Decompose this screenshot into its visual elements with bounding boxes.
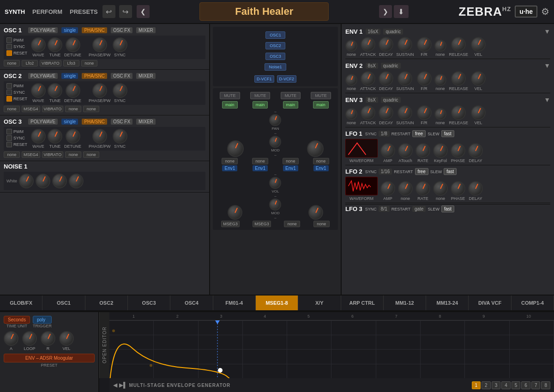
osc1-mod5[interactable]: none xyxy=(81,60,97,66)
osc1-reset-item[interactable]: RESET xyxy=(6,50,27,56)
mseg-stop-btn[interactable]: ▶▌ xyxy=(119,382,127,388)
chan1-vol-knob[interactable] xyxy=(227,140,244,157)
osc2-sync2-knob[interactable] xyxy=(113,83,127,98)
osc3-sync-item[interactable]: SYNC xyxy=(6,135,27,141)
env1-attack-knob[interactable] xyxy=(361,37,375,52)
env3-knob-0[interactable] xyxy=(345,108,357,120)
mseg-preset-button[interactable]: ENV – ADSR Moogular xyxy=(4,354,95,362)
lfo2-none2-knob[interactable] xyxy=(433,181,448,196)
mseg-a-knob[interactable] xyxy=(4,331,18,346)
lfo1-phase-knob[interactable] xyxy=(451,143,465,158)
tab-osc4[interactable]: OSC4 xyxy=(170,296,213,310)
chan2-vol-knob[interactable] xyxy=(307,140,324,157)
tab-mseg1-8[interactable]: MSEG1-8 xyxy=(256,296,298,310)
osc2-mixer-tag[interactable]: MIXER xyxy=(136,73,156,79)
env2-tag1[interactable]: 8sX xyxy=(366,63,378,69)
lfo1-delay-knob[interactable] xyxy=(468,143,483,158)
osc3-mod3[interactable]: VIBRATO xyxy=(42,151,64,158)
lfo2-sync-val[interactable]: 1/16 xyxy=(379,169,392,175)
lfo2-fast-tag[interactable]: fast xyxy=(444,168,457,175)
preset-name[interactable]: Faith Healer xyxy=(199,2,329,21)
env2-fr-knob[interactable] xyxy=(417,71,432,86)
env3-knob-5[interactable] xyxy=(434,108,446,120)
env1-tag1[interactable]: 16sX xyxy=(366,29,381,35)
mute-btn-1[interactable]: MUTE xyxy=(220,92,240,99)
env2-tag2[interactable]: quadric xyxy=(381,63,401,69)
lfo2-amp-knob[interactable] xyxy=(380,181,395,196)
osc2-oscfx-tag[interactable]: OSC FX xyxy=(111,73,132,79)
mseg-vel-knob[interactable] xyxy=(59,331,74,346)
osc2-single-tag[interactable]: single xyxy=(61,73,78,79)
main-btn-4[interactable]: main xyxy=(313,101,329,109)
osc3-wave-knob[interactable] xyxy=(31,129,46,144)
nav-presets[interactable]: PRESETS xyxy=(70,8,98,15)
lfo1-fast-tag[interactable]: fast xyxy=(441,130,454,137)
noise1-knob1[interactable] xyxy=(19,174,34,188)
osc1-pwm-item[interactable]: PWM xyxy=(6,37,27,43)
lfo1-sync-val[interactable]: 1/8 xyxy=(379,131,390,137)
lfo1-free-tag[interactable]: free xyxy=(412,130,426,137)
pan-knob[interactable] xyxy=(269,114,281,126)
main-btn-1[interactable]: main xyxy=(222,101,238,109)
prev-preset-button[interactable]: ❮ xyxy=(137,5,150,18)
osc1-sync2-knob[interactable] xyxy=(113,37,127,52)
lfo1-amp-knob[interactable] xyxy=(380,143,395,158)
mseg-page-8[interactable]: 8 xyxy=(541,381,550,389)
tab-mm1-12[interactable]: MM1-12 xyxy=(384,296,426,310)
env3-vel-knob[interactable] xyxy=(471,105,486,120)
osc1-mod4[interactable]: Lfo3 xyxy=(63,60,79,66)
osc1-detune-knob[interactable] xyxy=(66,37,80,52)
env3-sustain-knob[interactable] xyxy=(397,105,412,120)
mseg-page-5[interactable]: 5 xyxy=(512,381,521,389)
osc3-sync2-knob[interactable] xyxy=(113,129,127,144)
vcf1-btn[interactable]: D-VCF1 xyxy=(254,75,274,83)
noise1-knob2[interactable] xyxy=(36,174,50,188)
mseg-page-4[interactable]: 4 xyxy=(501,381,511,389)
osc1-mod2[interactable]: Lfo2 xyxy=(22,60,38,66)
vcf2-btn[interactable]: D-VCF2 xyxy=(277,75,297,83)
mseg-page-7[interactable]: 7 xyxy=(531,381,541,389)
mseg-page-6[interactable]: 6 xyxy=(521,381,530,389)
osc1-pwm-checkbox[interactable] xyxy=(6,37,12,43)
osc3-single-tag[interactable]: single xyxy=(61,119,78,125)
osc2-tune-knob[interactable] xyxy=(48,83,62,98)
env2-sustain-knob[interactable] xyxy=(397,71,412,86)
env3-attack-knob[interactable] xyxy=(361,105,375,120)
nav-synth[interactable]: SYNTH xyxy=(5,8,25,15)
osc2-wave-knob[interactable] xyxy=(31,83,46,98)
mseg-play-btn[interactable]: ◀ xyxy=(113,382,117,388)
env2-attack-knob[interactable] xyxy=(361,71,375,86)
mseg-sel3[interactable]: none xyxy=(284,221,300,227)
env2-arrow[interactable]: ▼ xyxy=(544,62,550,69)
ch-mod3[interactable]: none xyxy=(283,158,299,164)
tab-osc2[interactable]: OSC2 xyxy=(85,296,128,310)
noise1-knob4[interactable] xyxy=(69,174,84,188)
env1-arrow[interactable]: ▼ xyxy=(544,28,550,35)
osc2-sync-checkbox[interactable] xyxy=(6,90,12,95)
lfo3-fast-tag[interactable]: fast xyxy=(441,205,454,212)
mute-btn-3[interactable]: MUTE xyxy=(281,92,301,99)
osc3-mixer-tag[interactable]: MIXER xyxy=(136,119,156,125)
osc2-sync-item[interactable]: SYNC xyxy=(6,90,27,95)
lfo2-rate-knob[interactable] xyxy=(416,181,430,196)
osc3-route-btn[interactable]: OSC3 xyxy=(265,53,285,60)
time-unit-button[interactable]: Seconds xyxy=(4,316,30,324)
osc3-sync-checkbox[interactable] xyxy=(6,135,12,141)
osc2-mod3[interactable]: VIBRATO xyxy=(42,106,64,112)
osc3-reset-item[interactable]: RESET xyxy=(6,142,27,147)
noise1-route-btn[interactable]: Noise1 xyxy=(265,63,286,71)
osc3-reset-checkbox[interactable] xyxy=(6,142,12,147)
osc2-phase-knob[interactable] xyxy=(92,83,107,98)
vol-mod-knob[interactable] xyxy=(269,199,281,211)
env2-release-knob[interactable] xyxy=(451,71,466,86)
osc2-route-btn[interactable]: OSC2 xyxy=(265,42,285,49)
env2-vel-knob[interactable] xyxy=(471,71,486,86)
tab-osc1[interactable]: OSC1 xyxy=(42,296,85,310)
osc1-mod1[interactable]: none xyxy=(4,60,20,66)
lfo1-rate-knob[interactable] xyxy=(416,143,430,158)
lfo2-waveform[interactable] xyxy=(345,177,378,195)
ch-mod2[interactable]: none xyxy=(252,158,268,164)
osc2-mod2[interactable]: MSEG4 xyxy=(22,106,40,112)
env1-vel-knob[interactable] xyxy=(471,37,486,52)
nav-perform[interactable]: PERFORM xyxy=(32,8,62,15)
